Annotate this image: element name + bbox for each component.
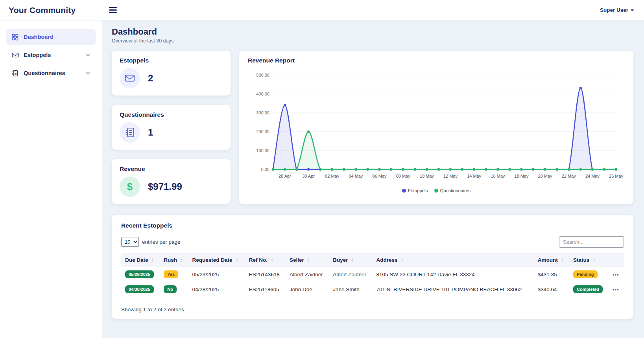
column-header[interactable]: Due Date▲▼ — [121, 253, 160, 267]
rush-badge: No — [164, 285, 177, 293]
stat-card-revenue: Revenue $ $971.99 — [112, 159, 231, 204]
envelope-icon — [120, 68, 140, 88]
revenue-line-chart: 500.00400.00300.00200.00100.000.0028 Apr… — [248, 66, 625, 187]
stat-column: Estoppels 2 Questionnaires — [112, 51, 231, 204]
sort-icon: ▲▼ — [271, 258, 273, 262]
svg-text:300.00: 300.00 — [256, 110, 269, 115]
rush-badge: Yes — [164, 270, 178, 278]
sort-icon: ▲▼ — [180, 258, 183, 262]
column-header[interactable]: Requested Date▲▼ — [188, 253, 245, 267]
topbar: Your Community Super User — [0, 0, 644, 20]
ref-no-cell: ES25118605 — [245, 282, 286, 297]
stat-card-value: 1 — [148, 127, 153, 138]
column-header[interactable]: Seller▲▼ — [286, 253, 329, 267]
svg-text:0.00: 0.00 — [261, 167, 269, 172]
chevron-down-icon — [86, 53, 90, 57]
sidebar-item-label: Estoppels — [24, 52, 81, 58]
svg-text:02 May: 02 May — [325, 174, 339, 178]
status-badge: Pending — [573, 270, 597, 278]
svg-text:10 May: 10 May — [420, 174, 434, 178]
user-menu[interactable]: Super User — [600, 7, 634, 13]
status-badge: Completed — [573, 285, 603, 293]
legend-item[interactable]: Estoppels — [402, 188, 428, 193]
column-header[interactable]: Ref No.▲▼ — [245, 253, 286, 267]
page-title: Dashboard — [112, 27, 633, 37]
column-header — [609, 253, 624, 267]
due-date-cell: 04/30/2025 — [121, 282, 160, 297]
stat-card-title: Estoppels — [120, 57, 223, 64]
seller-cell: John Doe — [286, 282, 329, 297]
svg-text:200.00: 200.00 — [256, 129, 269, 134]
rush-cell: Yes — [160, 267, 188, 282]
column-header[interactable]: Status▲▼ — [569, 253, 609, 267]
buyer-cell: Albert Zaidner — [329, 267, 372, 282]
sidebar-item-estoppels[interactable]: Estoppels — [6, 47, 96, 63]
column-header[interactable]: Amount▲▼ — [534, 253, 569, 267]
questionnaire-icon — [12, 70, 19, 77]
column-header[interactable]: Address▲▼ — [372, 253, 533, 267]
actions-cell[interactable]: ••• — [609, 267, 624, 282]
sort-icon: ▲▼ — [351, 258, 354, 262]
svg-text:06 May: 06 May — [373, 174, 387, 178]
due-date-badge: 05/28/2025 — [125, 270, 154, 278]
user-menu-label: Super User — [600, 7, 628, 13]
status-cell: Pending — [569, 267, 609, 282]
table-footer: Showing 1 to 2 of 2 entries — [121, 300, 624, 312]
requested-date-cell: 05/23/2025 — [188, 267, 245, 282]
grid-icon — [12, 33, 19, 40]
row-actions-button[interactable]: ••• — [613, 272, 619, 277]
stat-card-questionnaires: Questionnaires 1 — [112, 105, 231, 150]
recent-estoppels-card: Recent Estoppels 10 entries per page Due… — [112, 215, 633, 319]
sidebar-item-questionnaires[interactable]: Questionnaires — [6, 65, 96, 81]
seller-cell: Albert Zaidner — [286, 267, 329, 282]
svg-text:30 Apr: 30 Apr — [302, 174, 315, 178]
legend-dot-icon — [402, 189, 406, 193]
svg-text:28 Apr: 28 Apr — [279, 174, 291, 178]
amount-cell: $340.64 — [534, 282, 569, 297]
svg-text:24 May: 24 May — [585, 174, 600, 178]
rush-cell: No — [160, 282, 188, 297]
stat-card-value: 2 — [148, 73, 153, 84]
entries-per-page-select[interactable]: 10 — [121, 237, 139, 247]
legend-dot-icon — [434, 189, 438, 193]
sort-icon: ▲▼ — [236, 258, 238, 262]
hamburger-menu-icon[interactable] — [106, 4, 120, 17]
svg-text:14 May: 14 May — [467, 174, 481, 178]
buyer-cell: Jane Smith — [329, 282, 372, 297]
legend-label: Questionnaires — [440, 188, 471, 193]
svg-text:08 May: 08 May — [396, 174, 410, 178]
table-title: Recent Estoppels — [121, 222, 624, 229]
table-row: 05/28/2025Yes05/23/2025ES25143618Albert … — [121, 267, 624, 282]
stat-card-title: Questionnaires — [120, 111, 223, 118]
actions-cell[interactable]: ••• — [609, 282, 624, 297]
svg-text:20 May: 20 May — [538, 174, 552, 178]
legend-label: Estoppels — [408, 188, 428, 193]
svg-text:500.00: 500.00 — [256, 73, 269, 77]
sort-icon: ▲▼ — [400, 258, 403, 262]
brand-logo[interactable]: Your Community — [0, 6, 102, 15]
sort-icon: ▲▼ — [307, 258, 310, 262]
table-header-row: Due Date▲▼Rush▲▼Requested Date▲▼Ref No.▲… — [121, 253, 624, 267]
stat-card-title: Revenue — [120, 165, 223, 173]
due-date-badge: 04/30/2025 — [125, 285, 154, 293]
sidebar-item-label: Dashboard — [24, 34, 90, 40]
column-header[interactable]: Buyer▲▼ — [329, 253, 372, 267]
status-cell: Completed — [569, 282, 609, 297]
search-input[interactable] — [559, 236, 624, 248]
sidebar-item-label: Questionnaires — [24, 70, 81, 76]
requested-date-cell: 04/28/2025 — [188, 282, 245, 297]
ref-no-cell: ES25143618 — [245, 267, 286, 282]
svg-text:18 May: 18 May — [514, 174, 528, 178]
address-cell: 701 N. RIVERSIDE DRIVE 101 POMPANO BEACH… — [372, 282, 533, 297]
row-actions-button[interactable]: ••• — [613, 287, 619, 292]
stat-card-value: $971.99 — [148, 181, 182, 192]
chevron-down-icon — [631, 9, 634, 11]
sidebar-item-dashboard[interactable]: Dashboard — [6, 29, 96, 45]
estoppels-table: Due Date▲▼Rush▲▼Requested Date▲▼Ref No.▲… — [121, 253, 624, 297]
questionnaire-icon — [120, 122, 140, 143]
envelope-icon — [12, 51, 19, 59]
due-date-cell: 05/28/2025 — [121, 267, 160, 282]
page-subtitle: Overview of the last 30 days — [112, 38, 633, 44]
column-header[interactable]: Rush▲▼ — [160, 253, 188, 267]
legend-item[interactable]: Questionnaires — [434, 188, 471, 193]
